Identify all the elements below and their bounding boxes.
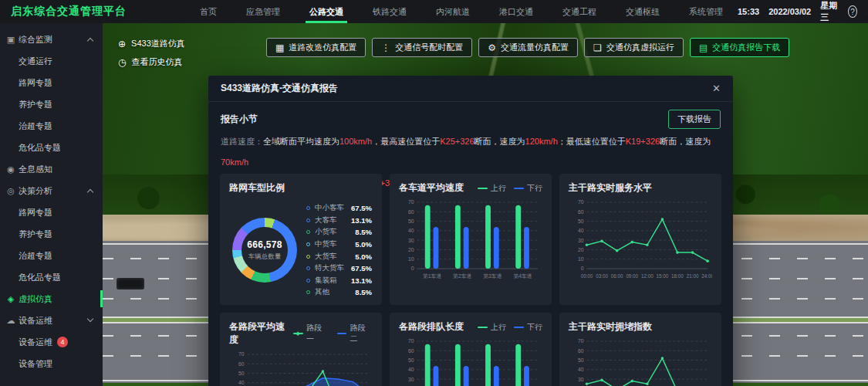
- toolbar-button-label: 交通流量仿真配置: [501, 42, 569, 53]
- sidebar-item-全息感知[interactable]: ◉全息感知: [0, 158, 103, 180]
- nav-item-交通枢纽[interactable]: 交通枢纽: [611, 0, 674, 23]
- legend-item-上行: 上行: [478, 322, 506, 333]
- toolbar-button-交通仿真虚拟运行[interactable]: ❏交通仿真虚拟运行: [584, 38, 684, 57]
- legend-name: 中货车: [315, 239, 344, 249]
- report-section-row: 报告小节 下载报告: [221, 110, 721, 128]
- sidebar-item-决策分析[interactable]: ◎决策分析: [0, 180, 103, 201]
- signal-icon: ⋮: [381, 43, 390, 52]
- svg-text:40: 40: [578, 367, 584, 372]
- toolbar-button-label: 道路改造仿真配置: [289, 42, 356, 53]
- svg-text:15:00: 15:00: [657, 273, 669, 279]
- sidebar-item-危化品专题[interactable]: 危化品专题: [0, 266, 103, 288]
- legend-row: 大货车5.0%2: [306, 250, 382, 262]
- sidebar-item-虚拟仿真[interactable]: ◈虚拟仿真: [0, 288, 103, 310]
- legend-name: 特大货车: [315, 263, 344, 273]
- svg-text:10: 10: [578, 256, 584, 262]
- legend-name: 小货车: [315, 227, 344, 237]
- nav-item-公路交通[interactable]: 公路交通: [295, 0, 358, 23]
- svg-text:10: 10: [408, 256, 414, 262]
- legend-name: 大客车: [315, 215, 344, 225]
- app-logo: 启东综合交通管理平台: [0, 5, 137, 19]
- summary-value: K25+326: [440, 137, 474, 146]
- legend-item-路段一: ◆路段一: [293, 323, 329, 344]
- chart-card-3: 各路段平均速度◆路段一路段二010203040506070: [220, 313, 382, 386]
- sidebar-item-路网专题[interactable]: 路网专题: [0, 72, 103, 93]
- total-vehicle-label: 车辆总数量: [248, 252, 282, 262]
- summary-text: 断面，速度为: [475, 137, 525, 146]
- dashboard-icon: ▣: [5, 35, 16, 45]
- nav-item-港口交通[interactable]: 港口交通: [485, 0, 548, 23]
- nav-item-首页[interactable]: 首页: [185, 0, 231, 23]
- close-icon[interactable]: ✕: [712, 83, 721, 94]
- legend-dot: [306, 230, 310, 234]
- toolbar-button-交通仿真报告下载[interactable]: ▤交通仿真报告下载: [690, 38, 789, 57]
- svg-text:60: 60: [408, 348, 414, 354]
- sidebar-item-label: 路网专题: [19, 207, 52, 218]
- sidebar-item-路网专题[interactable]: 路网专题: [0, 201, 103, 223]
- map-action-S433道路仿真[interactable]: ⊕S433道路仿真: [118, 38, 185, 49]
- nav-item-系统管理[interactable]: 系统管理: [674, 0, 738, 23]
- map-action-查看历史仿真[interactable]: ◷查看历史仿真: [118, 56, 185, 68]
- sidebar-item-label: 设备运维: [19, 337, 52, 348]
- chart-plot: 01020304050607000:0003:0006:0009:0012:00…: [569, 337, 712, 386]
- summary-line: 道路速度：全域断面平均速度为100km/h，最高速位置位于K25+326断面，速…: [221, 131, 721, 173]
- chevron-up-icon: [87, 38, 93, 44]
- legend-percent: 67.5%: [344, 204, 372, 212]
- sidebar-item-危化品专题[interactable]: 危化品专题: [0, 137, 103, 158]
- sidebar-item-label: 治超专题: [19, 250, 52, 262]
- svg-text:40: 40: [408, 367, 414, 372]
- legend-line: [514, 327, 524, 328]
- nav-menu: 首页应急管理公路交通铁路交通内河航道港口交通交通工程交通枢纽系统管理: [185, 0, 738, 23]
- nav-item-内河航道[interactable]: 内河航道: [421, 0, 485, 23]
- sidebar-item-设备管理[interactable]: 设备管理: [0, 353, 103, 374]
- svg-text:40: 40: [578, 228, 584, 233]
- svg-text:30: 30: [408, 377, 414, 382]
- legend-label: 路段一: [306, 323, 329, 344]
- sidebar-item-综合监测[interactable]: ▣综合监测: [0, 29, 103, 50]
- legend-dot: [306, 242, 310, 246]
- sidebar-item-设备运维[interactable]: ☁设备运维: [0, 310, 103, 331]
- toolbar-button-道路改造仿真配置[interactable]: ▦道路改造仿真配置: [266, 38, 366, 57]
- legend-percent: 8.5%: [344, 288, 372, 296]
- sidebar-item-治超专题[interactable]: 治超专题: [0, 245, 103, 266]
- download-report-button[interactable]: 下载报告: [668, 110, 721, 129]
- sidebar-item-交通运行[interactable]: 交通运行: [0, 50, 103, 72]
- map-actions: ⊕S433道路仿真◷查看历史仿真: [118, 38, 185, 68]
- legend-value: 30: [372, 276, 382, 285]
- legend-value: 2: [372, 240, 382, 249]
- nav-item-铁路交通[interactable]: 铁路交通: [358, 0, 421, 23]
- chart-card-head: 各车道平均速度上行下行: [399, 181, 542, 195]
- svg-text:60: 60: [408, 209, 414, 215]
- toolbar-button-交通信号配时配置[interactable]: ⋮交通信号配时配置: [372, 38, 472, 57]
- svg-text:06:00: 06:00: [611, 273, 623, 279]
- chart-card-head: 路网车型比例: [229, 181, 373, 195]
- chart-card-4: 各路段排队长度上行下行010203040506070: [390, 313, 552, 386]
- svg-text:60: 60: [578, 348, 584, 354]
- legend-line: [514, 188, 524, 189]
- device-icon: ☁: [5, 316, 16, 326]
- svg-text:70: 70: [408, 338, 414, 344]
- sidebar-item-养护专题[interactable]: 养护专题: [0, 93, 103, 115]
- legend-label: 路段二: [350, 323, 373, 344]
- sidebar-item-label: 养护专题: [19, 99, 52, 110]
- sidebar-item-治超专题[interactable]: 治超专题: [0, 115, 103, 137]
- legend-label: 下行: [527, 183, 542, 194]
- chart-legend: ◆路段一路段二: [293, 323, 373, 344]
- legend-percent: 8.5%: [344, 228, 372, 236]
- chart-card-head: 主干路实时服务水平: [569, 181, 712, 195]
- legend-value: 65: [372, 204, 382, 212]
- svg-text:20: 20: [408, 247, 414, 252]
- car-icon: ⚙: [488, 43, 496, 52]
- sidebar-item-设备运维[interactable]: 设备运维4: [0, 331, 103, 353]
- nav-item-应急管理[interactable]: 应急管理: [231, 0, 295, 23]
- chart-card-head: 主干路实时拥堵指数: [569, 320, 712, 334]
- legend-line: [478, 188, 488, 189]
- svg-text:第2车道: 第2车道: [453, 273, 471, 279]
- help-icon[interactable]: ?: [848, 5, 857, 18]
- summary-text: ；最低速位置位于: [558, 137, 626, 146]
- legend-line: ◆: [293, 333, 303, 334]
- nav-item-交通工程[interactable]: 交通工程: [548, 0, 611, 23]
- toolbar-button-交通流量仿真配置[interactable]: ⚙交通流量仿真配置: [478, 38, 578, 57]
- legend-row: 其他8.5%20: [306, 286, 382, 299]
- sidebar-item-养护专题[interactable]: 养护专题: [0, 223, 103, 245]
